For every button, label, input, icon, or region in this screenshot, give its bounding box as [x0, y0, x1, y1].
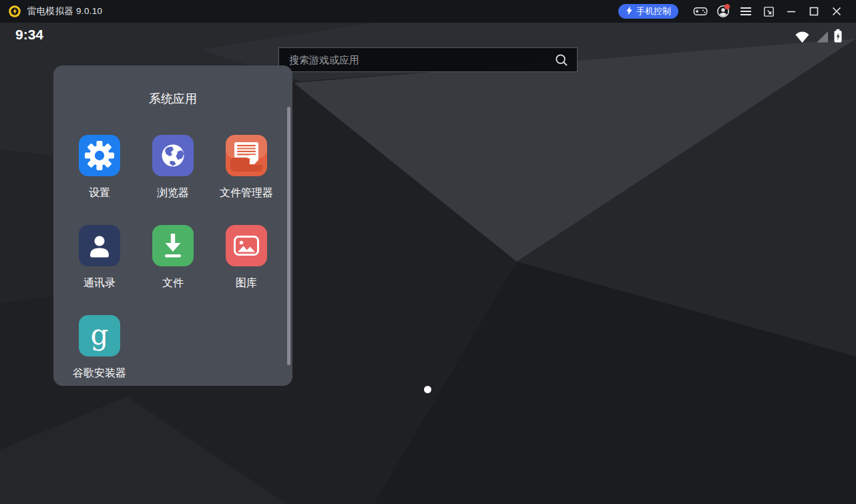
maximize-icon[interactable] — [803, 1, 825, 21]
app-files[interactable]: 文件 — [152, 225, 194, 290]
wifi-icon — [795, 30, 810, 46]
app-label: 文件管理器 — [220, 186, 273, 200]
lightning-icon — [626, 6, 633, 17]
svg-text:g: g — [91, 318, 109, 351]
phone-control-label: 手机控制 — [636, 5, 671, 17]
settings-gear-icon — [79, 135, 120, 176]
app-label: 通讯录 — [83, 276, 116, 290]
app-label: 谷歌安装器 — [73, 366, 126, 381]
app-gallery[interactable]: 图库 — [226, 225, 267, 290]
app-label: 图库 — [236, 276, 257, 290]
app-label: 设置 — [89, 186, 110, 200]
files-download-icon — [152, 225, 194, 266]
search-icon[interactable] — [555, 53, 568, 67]
cellular-signal-icon — [815, 30, 829, 46]
phone-control-button[interactable]: 手机控制 — [618, 4, 678, 19]
battery-charging-icon — [833, 29, 843, 46]
system-apps-folder: 系统应用 — [53, 65, 292, 386]
titlebar: 雷电模拟器 9.0.10 手机控制 — [0, 0, 856, 23]
android-screen: 9:34 — [0, 23, 856, 504]
app-label: 浏览器 — [157, 186, 189, 200]
status-clock: 9:34 — [15, 27, 43, 43]
app-label: 文件 — [162, 276, 184, 290]
gallery-photo-icon — [226, 225, 267, 266]
menu-icon[interactable] — [734, 1, 757, 21]
minimize-icon[interactable] — [780, 1, 803, 21]
app-browser[interactable]: 浏览器 — [152, 135, 194, 200]
notification-dot — [724, 4, 730, 9]
folder-title: 系统应用 — [53, 91, 292, 107]
google-installer-g-icon: g — [79, 315, 120, 356]
contacts-person-icon — [79, 225, 120, 266]
page-indicator-dot — [424, 386, 431, 393]
ldplayer-logo-icon — [8, 5, 21, 18]
titlebar-controls: 手机控制 — [618, 1, 848, 21]
search-input[interactable] — [288, 53, 555, 66]
app-contacts[interactable]: 通讯录 — [79, 225, 120, 290]
app-grid: 设置 浏览器 — [53, 135, 292, 381]
search-bar — [278, 47, 578, 72]
app-file-manager[interactable]: 文件管理器 — [220, 135, 273, 200]
shrink-window-icon[interactable] — [757, 1, 780, 21]
browser-globe-icon — [152, 135, 194, 176]
file-manager-folder-icon — [226, 135, 267, 176]
close-icon[interactable] — [825, 1, 848, 21]
emulator-window: 雷电模拟器 9.0.10 手机控制 — [0, 0, 856, 504]
app-google-installer[interactable]: g 谷歌安装器 — [73, 315, 126, 381]
app-settings[interactable]: 设置 — [79, 135, 120, 200]
status-icons — [795, 29, 843, 46]
gamepad-icon[interactable] — [689, 1, 712, 21]
user-account-icon[interactable] — [712, 1, 734, 21]
window-title: 雷电模拟器 9.0.10 — [27, 5, 102, 17]
